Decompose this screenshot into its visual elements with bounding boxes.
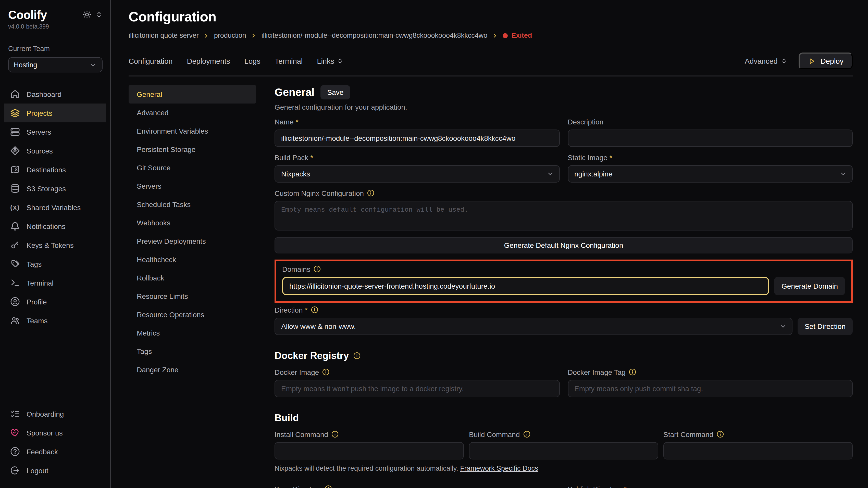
team-select[interactable]: Hosting bbox=[8, 57, 102, 72]
generate-domain-button[interactable]: Generate Domain bbox=[774, 277, 845, 295]
sidebar-item-label: S3 Storages bbox=[27, 184, 66, 193]
sidebar-item-sources[interactable]: Sources bbox=[4, 141, 105, 160]
build-pack-select[interactable]: Nixpacks bbox=[275, 165, 560, 183]
tab-terminal[interactable]: Terminal bbox=[275, 57, 303, 65]
breadcrumb: illicitonion quote server production ill… bbox=[129, 32, 853, 39]
info-icon[interactable] bbox=[311, 306, 318, 314]
info-icon[interactable] bbox=[314, 265, 321, 273]
sidebar-item-label: Dashboard bbox=[27, 90, 61, 98]
tab-deployments[interactable]: Deployments bbox=[187, 57, 230, 65]
advanced-dropdown[interactable]: Advanced bbox=[745, 57, 787, 65]
chevron-right-icon bbox=[251, 32, 257, 38]
tab-links[interactable]: Links bbox=[317, 57, 343, 65]
docker-image-tag-input[interactable] bbox=[568, 380, 853, 397]
sidebar-item-onboarding[interactable]: Onboarding bbox=[4, 404, 105, 423]
play-icon bbox=[808, 57, 816, 65]
subnav-metrics[interactable]: Metrics bbox=[129, 324, 256, 342]
sidebar-item-label: Keys & Tokens bbox=[27, 241, 74, 249]
domains-input[interactable] bbox=[282, 277, 769, 295]
breadcrumb-project[interactable]: illicitonion quote server bbox=[129, 32, 199, 39]
static-image-label: Static Image* bbox=[568, 154, 853, 162]
tab-configuration[interactable]: Configuration bbox=[129, 57, 173, 65]
info-icon[interactable] bbox=[322, 368, 330, 376]
info-icon[interactable] bbox=[629, 368, 636, 376]
build-command-input[interactable] bbox=[469, 442, 658, 459]
sidebar-item-label: Projects bbox=[27, 109, 52, 117]
name-input[interactable] bbox=[275, 130, 560, 147]
info-icon[interactable] bbox=[367, 189, 375, 197]
base-directory-label: Base Directory bbox=[275, 485, 560, 488]
info-icon[interactable] bbox=[353, 352, 361, 360]
install-command-input[interactable] bbox=[275, 442, 464, 459]
subnav-resource-limits[interactable]: Resource Limits bbox=[129, 287, 256, 305]
sidebar-item-sponsor-us[interactable]: Sponsor us bbox=[4, 423, 105, 442]
deploy-button[interactable]: Deploy bbox=[799, 53, 853, 69]
subnav-tags[interactable]: Tags bbox=[129, 342, 256, 360]
sidebar-item-label: Destinations bbox=[27, 165, 66, 174]
status-dot bbox=[503, 33, 508, 38]
info-icon[interactable] bbox=[331, 431, 339, 438]
sidebar-item-notifications[interactable]: Notifications bbox=[4, 217, 105, 236]
sidebar-item-projects[interactable]: Projects bbox=[4, 103, 105, 122]
start-command-input[interactable] bbox=[663, 442, 853, 459]
tab-logs[interactable]: Logs bbox=[244, 57, 260, 65]
sidebar-item-label: Sources bbox=[27, 147, 53, 155]
subnav-scheduled-tasks[interactable]: Scheduled Tasks bbox=[129, 195, 256, 214]
nixpacks-note: Nixpacks will detect the required config… bbox=[275, 464, 853, 472]
build-command-label: Build Command bbox=[469, 430, 658, 438]
subnav-environment-variables[interactable]: Environment Variables bbox=[129, 122, 256, 140]
subnav-git-source[interactable]: Git Source bbox=[129, 159, 256, 177]
user-circle-icon bbox=[10, 297, 20, 306]
tabs-row: Configuration Deployments Logs Terminal … bbox=[129, 53, 853, 69]
start-command-label: Start Command bbox=[663, 430, 853, 438]
subnav-resource-operations[interactable]: Resource Operations bbox=[129, 305, 256, 324]
sidebar-item-tags[interactable]: Tags bbox=[4, 255, 105, 273]
save-button[interactable]: Save bbox=[320, 85, 350, 99]
theme-toggle-sun-icon[interactable] bbox=[83, 10, 91, 21]
sidebar-item-shared-variables[interactable]: (x) Shared Variables bbox=[4, 198, 105, 217]
info-icon[interactable] bbox=[523, 431, 530, 438]
team-select-value: Hosting bbox=[14, 61, 37, 69]
status-text: Exited bbox=[511, 32, 532, 39]
domains-highlight-box: Domains Generate Domain bbox=[275, 260, 853, 303]
framework-docs-link[interactable]: Framework Specific Docs bbox=[460, 464, 538, 472]
sidebar-item-label: Notifications bbox=[27, 222, 66, 230]
main-area: Configuration illicitonion quote server … bbox=[111, 0, 868, 488]
nginx-config-textarea[interactable] bbox=[275, 201, 853, 230]
info-icon[interactable] bbox=[324, 485, 332, 488]
subnav-preview-deployments[interactable]: Preview Deployments bbox=[129, 232, 256, 250]
server-icon bbox=[10, 127, 20, 137]
sidebar-item-terminal[interactable]: Terminal bbox=[4, 273, 105, 292]
breadcrumb-application[interactable]: illicitestonion/-module--decomposition:m… bbox=[261, 32, 487, 39]
sidebar-collapse-icon[interactable] bbox=[95, 11, 102, 20]
sidebar-item-feedback[interactable]: Feedback bbox=[4, 442, 105, 461]
description-input[interactable] bbox=[568, 130, 853, 147]
subnav-servers[interactable]: Servers bbox=[129, 177, 256, 195]
direction-select[interactable]: Allow www & non-www. bbox=[275, 318, 793, 335]
sidebar-item-s3-storages[interactable]: S3 Storages bbox=[4, 179, 105, 198]
breadcrumb-environment[interactable]: production bbox=[214, 32, 246, 39]
bell-icon bbox=[10, 221, 20, 231]
subnav-advanced[interactable]: Advanced bbox=[129, 103, 256, 122]
sidebar-item-profile[interactable]: Profile bbox=[4, 292, 105, 311]
sidebar-item-dashboard[interactable]: Dashboard bbox=[4, 85, 105, 103]
subnav-healthcheck[interactable]: Healthcheck bbox=[129, 250, 256, 269]
subnav-danger-zone[interactable]: Danger Zone bbox=[129, 360, 256, 379]
static-image-select[interactable]: nginx:alpine bbox=[568, 165, 853, 183]
sidebar-item-destinations[interactable]: Destinations bbox=[4, 160, 105, 179]
generate-nginx-button[interactable]: Generate Default Nginx Configuration bbox=[275, 237, 853, 254]
chevron-down-icon bbox=[546, 170, 554, 178]
sidebar-item-servers[interactable]: Servers bbox=[4, 122, 105, 141]
docker-image-input[interactable] bbox=[275, 380, 560, 397]
subnav-general[interactable]: General bbox=[129, 85, 256, 103]
subnav-webhooks[interactable]: Webhooks bbox=[129, 214, 256, 232]
sidebar-item-keys-tokens[interactable]: Keys & Tokens bbox=[4, 236, 105, 255]
set-direction-button[interactable]: Set Direction bbox=[798, 318, 853, 335]
subnav-persistent-storage[interactable]: Persistent Storage bbox=[129, 140, 256, 159]
info-icon[interactable] bbox=[716, 431, 724, 438]
sidebar-item-logout[interactable]: Logout bbox=[4, 461, 105, 480]
name-label: Name* bbox=[275, 118, 560, 126]
sidebar-item-teams[interactable]: Teams bbox=[4, 311, 105, 330]
subnav-rollback[interactable]: Rollback bbox=[129, 269, 256, 287]
config-subnav: General Advanced Environment Variables P… bbox=[129, 85, 256, 488]
